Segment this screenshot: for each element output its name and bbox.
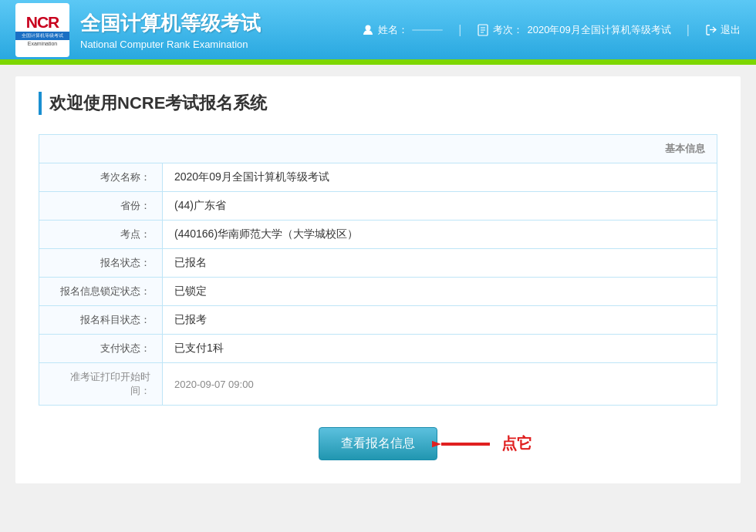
table-cell-value: 已锁定 xyxy=(163,278,717,306)
exam-icon xyxy=(477,24,489,36)
logout-label[interactable]: 退出 xyxy=(721,23,741,37)
table-cell-label: 考点： xyxy=(39,221,163,249)
table-cell-value: 2020年09月全国计算机等级考试 xyxy=(163,163,717,192)
table-cell-value: 已报考 xyxy=(163,306,717,335)
logo-bottom-strip: 全国计算机等级考试 xyxy=(15,32,69,40)
user-info-bar: 姓名： | 考次： 2020年09月全国计算机等级考试 | 退出 xyxy=(362,23,741,37)
table-cell-value: 已报名 xyxy=(163,249,717,278)
user-name-value xyxy=(412,29,443,31)
red-arrow-icon xyxy=(432,429,494,460)
table-row: 考点：(440166)华南师范大学（大学城校区） xyxy=(39,221,717,249)
logo-box: NCR 全国计算机等级考试 Examination xyxy=(15,3,69,57)
logo-examination-label: Examination xyxy=(28,41,58,46)
table-row: 报名状态：已报名 xyxy=(39,249,717,278)
table-cell-label: 支付状态： xyxy=(39,335,163,363)
table-row: 报名信息锁定状态：已锁定 xyxy=(39,278,717,306)
table-row: 考次名称：2020年09月全国计算机等级考试 xyxy=(39,163,717,192)
table-cell-label: 报名状态： xyxy=(39,249,163,278)
arrow-annotation: 点它 xyxy=(432,429,532,460)
page-title: 欢迎使用NCRE考试报名系统 xyxy=(49,93,267,113)
user-icon xyxy=(362,24,374,36)
exam-label: 考次： xyxy=(493,23,523,37)
user-label: 姓名： xyxy=(378,23,408,37)
table-cell-label: 准考证打印开始时间： xyxy=(39,363,163,406)
table-cell-value: 已支付1科 xyxy=(163,335,717,363)
user-name-item: 姓名： xyxy=(362,23,443,37)
table-header: 基本信息 xyxy=(39,135,717,163)
logo-ncr-text: NCR xyxy=(26,14,59,30)
table-row: 报名科目状态：已报考 xyxy=(39,306,717,335)
table-cell-value: (44)广东省 xyxy=(163,192,717,221)
annotation-text: 点它 xyxy=(501,433,532,454)
exam-name-item: 考次： 2020年09月全国计算机等级考试 xyxy=(477,23,670,37)
table-cell-label: 报名信息锁定状态： xyxy=(39,278,163,306)
logo-area: NCR 全国计算机等级考试 Examination 全国计算机等级考试 Nati… xyxy=(15,3,261,57)
table-row: 准考证打印开始时间：2020-09-07 09:00 xyxy=(39,363,717,406)
button-area: 查看报名信息 点它 xyxy=(39,427,717,460)
logout-icon xyxy=(705,24,717,36)
main-content: 欢迎使用NCRE考试报名系统 基本信息 考次名称：2020年09月全国计算机等级… xyxy=(15,76,741,483)
exam-name-value: 2020年09月全国计算机等级考试 xyxy=(527,23,670,37)
logout-button[interactable]: 退出 xyxy=(705,23,741,37)
accent-bar xyxy=(0,62,756,65)
info-table: 基本信息 考次名称：2020年09月全国计算机等级考试省份：(44)广东省考点：… xyxy=(39,134,717,406)
site-title-main: 全国计算机等级考试 xyxy=(80,10,261,37)
site-title-sub: National Computer Rank Examination xyxy=(80,39,261,50)
divider-1: | xyxy=(458,23,461,37)
table-row: 省份：(44)广东省 xyxy=(39,192,717,221)
table-cell-value: 2020-09-07 09:00 xyxy=(163,363,717,406)
site-title: 全国计算机等级考试 National Computer Rank Examina… xyxy=(80,10,261,50)
header: NCR 全国计算机等级考试 Examination 全国计算机等级考试 Nati… xyxy=(0,0,756,62)
table-cell-label: 报名科目状态： xyxy=(39,306,163,335)
view-registration-button[interactable]: 查看报名信息 xyxy=(319,427,437,460)
table-cell-label: 省份： xyxy=(39,192,163,221)
table-cell-label: 考次名称： xyxy=(39,163,163,192)
page-title-bar: 欢迎使用NCRE考试报名系统 xyxy=(39,92,717,115)
table-row: 支付状态：已支付1科 xyxy=(39,335,717,363)
table-cell-value: (440166)华南师范大学（大学城校区） xyxy=(163,221,717,249)
svg-point-0 xyxy=(366,25,371,30)
divider-2: | xyxy=(687,23,690,37)
